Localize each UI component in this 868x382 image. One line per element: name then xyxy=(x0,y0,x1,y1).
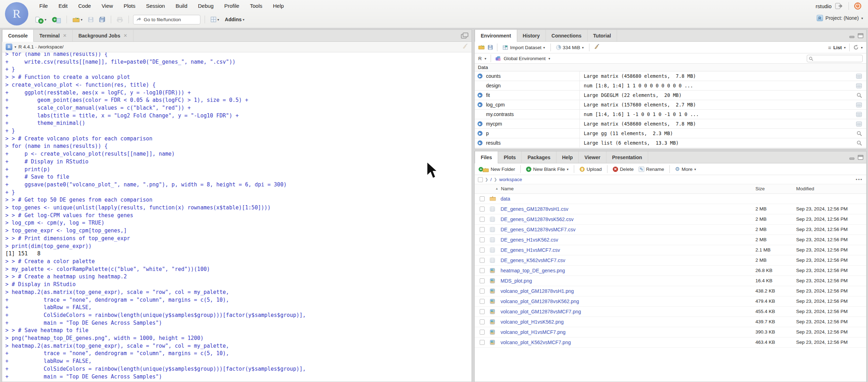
power-quit-icon[interactable] xyxy=(854,2,862,10)
file-checkbox[interactable] xyxy=(480,207,485,212)
view-table-icon[interactable] xyxy=(856,102,862,108)
new-blank-file-button[interactable]: + New Blank File ▾ xyxy=(525,166,570,173)
environment-object-row[interactable]: ▶ p Large gg (11 elements, 2.3 MB) xyxy=(475,129,866,138)
file-name-link[interactable]: heatmap_top_DE_genes.png xyxy=(501,268,565,273)
file-name-link[interactable]: volcano_plot_H1vsK562.png xyxy=(501,319,564,325)
file-checkbox[interactable] xyxy=(480,340,485,345)
file-row[interactable]: DE_genes_GM12878vsH1.csv 2 MB Sep 23, 20… xyxy=(475,204,866,214)
file-name-link[interactable]: volcano_plot_GM12878vsK562.png xyxy=(501,299,579,304)
console-tab[interactable]: Background Jobs✕ xyxy=(73,30,133,41)
file-checkbox[interactable] xyxy=(480,299,485,304)
language-selector[interactable]: R xyxy=(478,56,482,61)
menu-item[interactable]: Profile xyxy=(219,0,245,12)
file-name-link[interactable]: DE_genes_H1vsMCF7.csv xyxy=(501,247,560,253)
file-checkbox[interactable] xyxy=(480,289,485,294)
file-row[interactable]: volcano_plot_H1vsMCF7.png 390.3 KB Sep 2… xyxy=(475,327,866,337)
menu-item[interactable]: Tools xyxy=(245,0,268,12)
environment-object-row[interactable]: ▶ fit Large DGEGLM (22 elements, 20 MB) xyxy=(475,91,866,100)
inspect-object-icon[interactable] xyxy=(857,131,862,136)
files-tab[interactable]: Files✕ xyxy=(475,151,498,163)
file-row[interactable]: DE_genes_GM12878vsK562.csv 2 MB Sep 23, … xyxy=(475,214,866,225)
inspect-object-icon[interactable] xyxy=(857,140,862,146)
view-table-icon[interactable] xyxy=(856,121,862,127)
file-checkbox[interactable] xyxy=(480,268,485,273)
addins-button[interactable]: Addins ▾ xyxy=(223,16,246,23)
environment-object-row[interactable]: ▶ my.contrasts num [1:4, 1:6] 1 -1 0 0 1… xyxy=(475,110,866,119)
save-button[interactable] xyxy=(87,16,95,23)
menu-item[interactable]: Session xyxy=(141,0,170,12)
expand-object-icon[interactable]: ▶ xyxy=(478,102,482,107)
clear-console-icon[interactable] xyxy=(462,44,468,51)
files-tab[interactable]: Packages✕ xyxy=(522,151,556,163)
file-row[interactable]: volcano_plot_GM12878vsMCF7.png 455.4 KB … xyxy=(475,307,866,317)
file-row[interactable]: volcano_plot_GM12878vsK562.png 479.4 KB … xyxy=(475,296,866,307)
file-checkbox[interactable] xyxy=(480,227,485,232)
name-column-header[interactable]: Name xyxy=(501,186,514,191)
file-checkbox[interactable] xyxy=(480,217,485,222)
expand-object-icon[interactable]: ▶ xyxy=(478,131,482,136)
environment-tab[interactable]: Tutorial✕ xyxy=(588,30,617,41)
file-name-link[interactable]: MDS_plot.png xyxy=(501,278,532,284)
file-checkbox[interactable] xyxy=(480,237,485,242)
environment-search-input[interactable] xyxy=(807,55,863,62)
file-name-link[interactable]: DE_genes_GM12878vsK562.csv xyxy=(501,216,573,222)
file-row[interactable]: heatmap_top_DE_genes.png 26.8 KB Sep 23,… xyxy=(475,266,866,276)
maximize-pane-icon[interactable] xyxy=(858,155,863,160)
environment-tab[interactable]: Connections✕ xyxy=(546,30,588,41)
view-table-icon[interactable] xyxy=(856,83,862,88)
environment-object-row[interactable]: ▶ log_cpm Large matrix (157680 elements,… xyxy=(475,100,866,110)
modified-column-header[interactable]: Modified xyxy=(796,186,814,191)
rename-button[interactable]: ✎ Rename xyxy=(638,166,665,173)
file-row[interactable]: volcano_plot_K562vsMCF7.png 463.4 KB Sep… xyxy=(475,337,866,348)
console-tab[interactable]: Terminal✕ xyxy=(34,30,73,41)
files-tab[interactable]: Presentation✕ xyxy=(606,151,648,163)
memory-usage-button[interactable]: 334 MiB ▾ xyxy=(555,44,585,51)
compile-report-button[interactable]: ▾ xyxy=(209,16,221,23)
goto-file-function-input[interactable]: Go to file/function xyxy=(133,15,200,24)
view-mode-label[interactable]: List xyxy=(833,45,842,50)
environment-object-row[interactable]: ▶ results Large list (6 elements, 13.3 M… xyxy=(475,138,866,148)
environment-tab[interactable]: History✕ xyxy=(517,30,546,41)
file-checkbox[interactable] xyxy=(480,278,485,283)
view-table-icon[interactable] xyxy=(856,74,862,79)
console-tab[interactable]: Console✕ xyxy=(2,30,34,42)
file-row[interactable]: DE_genes_GM12878vsMCF7.csv 2 MB Sep 23, … xyxy=(475,225,866,235)
minimize-pane-icon[interactable] xyxy=(849,33,855,38)
new-file-button[interactable]: + ▾ xyxy=(34,15,48,25)
close-icon[interactable]: ✕ xyxy=(124,33,127,38)
more-button[interactable]: ⚙ More ▾ xyxy=(674,165,697,173)
project-selector[interactable]: R Project: (None) ▾ xyxy=(817,15,863,21)
file-name-link[interactable]: volcano_plot_GM12878vsMCF7.png xyxy=(501,309,581,314)
menu-item[interactable]: Code xyxy=(73,0,96,12)
file-name-link[interactable]: DE_genes_GM12878vsMCF7.csv xyxy=(501,227,576,232)
panes-layout-icon[interactable] xyxy=(461,33,469,39)
save-workspace-icon[interactable] xyxy=(488,45,493,50)
print-button[interactable] xyxy=(115,16,124,23)
file-name-link[interactable]: volcano_plot_GM12878vsH1.png xyxy=(501,288,574,294)
environment-tab[interactable]: Environment✕ xyxy=(475,30,517,42)
files-tab[interactable]: Viewer✕ xyxy=(579,151,606,163)
save-all-button[interactable] xyxy=(98,16,107,23)
file-checkbox[interactable] xyxy=(480,248,485,253)
minimize-pane-icon[interactable] xyxy=(849,155,855,160)
r-version-icon[interactable]: R xyxy=(6,44,12,50)
menu-item[interactable]: File xyxy=(34,0,53,12)
expand-object-icon[interactable]: ▶ xyxy=(478,74,482,79)
file-checkbox[interactable] xyxy=(480,330,485,335)
menu-item[interactable]: View xyxy=(96,0,118,12)
upload-button[interactable]: Upload xyxy=(578,166,603,173)
menu-item[interactable]: Plots xyxy=(118,0,141,12)
file-row[interactable]: volcano_plot_GM12878vsH1.png 438.2 KB Se… xyxy=(475,286,866,296)
files-tab[interactable]: Plots✕ xyxy=(498,151,522,163)
new-project-button[interactable]: + xyxy=(51,15,62,24)
new-folder-button[interactable]: + New Folder xyxy=(478,166,516,173)
breadcrumb-root[interactable]: / xyxy=(490,177,492,182)
scope-selector[interactable]: Global Environment xyxy=(504,56,546,61)
file-name-link[interactable]: DE_genes_K562vsMCF7.csv xyxy=(501,257,565,263)
file-name-link[interactable]: volcano_plot_K562vsMCF7.png xyxy=(501,340,571,345)
file-row[interactable]: volcano_plot_H1vsK562.png 439.7 KB Sep 2… xyxy=(475,317,866,327)
file-name-link[interactable]: data xyxy=(501,196,510,202)
view-table-icon[interactable] xyxy=(856,112,862,117)
environment-object-row[interactable]: ▶ design num [1:8, 1:4] 1 1 0 0 0 0 0 0 … xyxy=(475,81,866,91)
file-checkbox[interactable] xyxy=(480,309,485,314)
